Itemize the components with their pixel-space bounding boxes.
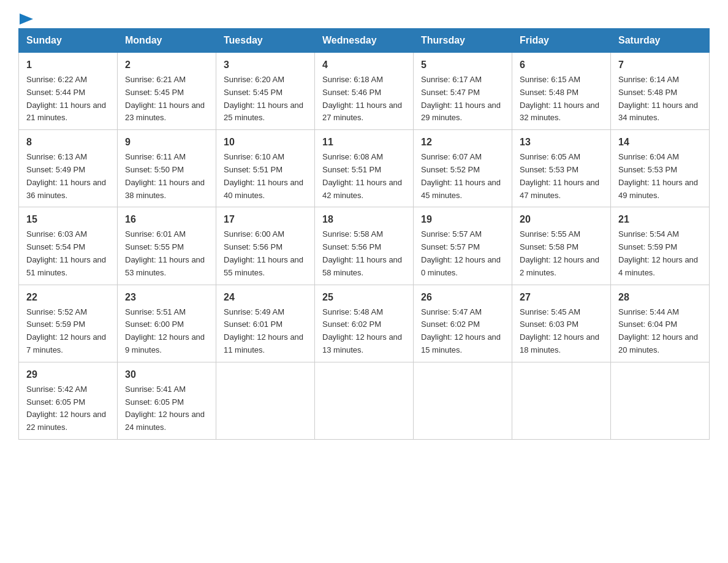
calendar-week-row: 1Sunrise: 6:22 AMSunset: 5:44 PMDaylight…: [19, 53, 710, 130]
day-info: Sunrise: 5:51 AMSunset: 6:00 PMDaylight:…: [125, 306, 208, 357]
day-number: 7: [618, 58, 702, 72]
day-number: 4: [322, 58, 406, 72]
day-info: Sunrise: 5:44 AMSunset: 6:04 PMDaylight:…: [618, 306, 702, 357]
day-number: 2: [125, 58, 208, 72]
day-number: 16: [125, 212, 208, 227]
table-row: 25Sunrise: 5:48 AMSunset: 6:02 PMDayligh…: [315, 285, 414, 362]
day-number: 22: [26, 290, 110, 305]
calendar-week-row: 29Sunrise: 5:42 AMSunset: 6:05 PMDayligh…: [19, 362, 710, 439]
col-tuesday: Tuesday: [216, 29, 315, 53]
day-info: Sunrise: 6:05 AMSunset: 5:53 PMDaylight:…: [520, 151, 603, 202]
calendar-header-row: Sunday Monday Tuesday Wednesday Thursday…: [19, 29, 710, 53]
col-saturday: Saturday: [611, 29, 710, 53]
day-info: Sunrise: 5:42 AMSunset: 6:05 PMDaylight:…: [26, 383, 110, 434]
day-info: Sunrise: 5:49 AMSunset: 6:01 PMDaylight:…: [224, 306, 307, 357]
day-number: 17: [224, 212, 307, 227]
day-number: 25: [322, 290, 406, 305]
table-row: [611, 362, 710, 439]
calendar-week-row: 22Sunrise: 5:52 AMSunset: 5:59 PMDayligh…: [19, 285, 710, 362]
day-number: 15: [26, 212, 110, 227]
day-info: Sunrise: 6:10 AMSunset: 5:51 PMDaylight:…: [224, 151, 307, 202]
calendar-week-row: 8Sunrise: 6:13 AMSunset: 5:49 PMDaylight…: [19, 130, 710, 207]
day-info: Sunrise: 6:22 AMSunset: 5:44 PMDaylight:…: [26, 74, 110, 124]
day-info: Sunrise: 5:54 AMSunset: 5:59 PMDaylight:…: [618, 228, 702, 279]
day-info: Sunrise: 6:21 AMSunset: 5:45 PMDaylight:…: [125, 74, 208, 124]
table-row: 12Sunrise: 6:07 AMSunset: 5:52 PMDayligh…: [414, 130, 512, 207]
table-row: 22Sunrise: 5:52 AMSunset: 5:59 PMDayligh…: [19, 285, 118, 362]
table-row: 3Sunrise: 6:20 AMSunset: 5:45 PMDaylight…: [216, 53, 315, 130]
day-info: Sunrise: 6:17 AMSunset: 5:47 PMDaylight:…: [421, 74, 504, 124]
day-info: Sunrise: 5:52 AMSunset: 5:59 PMDaylight:…: [26, 306, 110, 357]
calendar-week-row: 15Sunrise: 6:03 AMSunset: 5:54 PMDayligh…: [19, 207, 710, 285]
col-monday: Monday: [118, 29, 216, 53]
day-number: 5: [421, 58, 504, 72]
day-number: 8: [26, 135, 110, 150]
table-row: [414, 362, 512, 439]
day-number: 19: [421, 212, 504, 227]
table-row: [216, 362, 315, 439]
day-info: Sunrise: 5:47 AMSunset: 6:02 PMDaylight:…: [421, 306, 504, 357]
table-row: 5Sunrise: 6:17 AMSunset: 5:47 PMDaylight…: [414, 53, 512, 130]
day-info: Sunrise: 6:11 AMSunset: 5:50 PMDaylight:…: [125, 151, 208, 202]
table-row: 30Sunrise: 5:41 AMSunset: 6:05 PMDayligh…: [118, 362, 216, 439]
day-number: 28: [618, 290, 702, 305]
page-header: [18, 12, 710, 22]
day-info: Sunrise: 5:58 AMSunset: 5:56 PMDaylight:…: [322, 228, 406, 279]
col-friday: Friday: [512, 29, 611, 53]
day-number: 29: [26, 367, 110, 382]
day-info: Sunrise: 6:08 AMSunset: 5:51 PMDaylight:…: [322, 151, 406, 202]
day-number: 12: [421, 135, 504, 150]
table-row: 26Sunrise: 5:47 AMSunset: 6:02 PMDayligh…: [414, 285, 512, 362]
day-number: 27: [520, 290, 603, 305]
day-info: Sunrise: 5:55 AMSunset: 5:58 PMDaylight:…: [520, 228, 603, 279]
table-row: 9Sunrise: 6:11 AMSunset: 5:50 PMDaylight…: [118, 130, 216, 207]
table-row: 10Sunrise: 6:10 AMSunset: 5:51 PMDayligh…: [216, 130, 315, 207]
day-info: Sunrise: 6:01 AMSunset: 5:55 PMDaylight:…: [125, 228, 208, 279]
day-info: Sunrise: 5:45 AMSunset: 6:03 PMDaylight:…: [520, 306, 603, 357]
table-row: 15Sunrise: 6:03 AMSunset: 5:54 PMDayligh…: [19, 207, 118, 285]
table-row: 29Sunrise: 5:42 AMSunset: 6:05 PMDayligh…: [19, 362, 118, 439]
table-row: 27Sunrise: 5:45 AMSunset: 6:03 PMDayligh…: [512, 285, 611, 362]
day-number: 14: [618, 135, 702, 150]
day-info: Sunrise: 5:41 AMSunset: 6:05 PMDaylight:…: [125, 383, 208, 434]
logo-triangle-icon: [20, 13, 33, 25]
table-row: 16Sunrise: 6:01 AMSunset: 5:55 PMDayligh…: [118, 207, 216, 285]
day-info: Sunrise: 6:04 AMSunset: 5:53 PMDaylight:…: [618, 151, 702, 202]
table-row: 14Sunrise: 6:04 AMSunset: 5:53 PMDayligh…: [611, 130, 710, 207]
table-row: [512, 362, 611, 439]
day-number: 30: [125, 367, 208, 382]
day-number: 18: [322, 212, 406, 227]
col-sunday: Sunday: [19, 29, 118, 53]
table-row: 18Sunrise: 5:58 AMSunset: 5:56 PMDayligh…: [315, 207, 414, 285]
day-number: 26: [421, 290, 504, 305]
day-number: 24: [224, 290, 307, 305]
day-info: Sunrise: 6:03 AMSunset: 5:54 PMDaylight:…: [26, 228, 110, 279]
svg-marker-0: [20, 13, 33, 25]
table-row: 1Sunrise: 6:22 AMSunset: 5:44 PMDaylight…: [19, 53, 118, 130]
day-number: 1: [26, 58, 110, 72]
table-row: 17Sunrise: 6:00 AMSunset: 5:56 PMDayligh…: [216, 207, 315, 285]
day-number: 13: [520, 135, 603, 150]
table-row: 2Sunrise: 6:21 AMSunset: 5:45 PMDaylight…: [118, 53, 216, 130]
table-row: 7Sunrise: 6:14 AMSunset: 5:48 PMDaylight…: [611, 53, 710, 130]
day-info: Sunrise: 6:13 AMSunset: 5:49 PMDaylight:…: [26, 151, 110, 202]
day-number: 6: [520, 58, 603, 72]
table-row: 13Sunrise: 6:05 AMSunset: 5:53 PMDayligh…: [512, 130, 611, 207]
logo: [18, 12, 33, 22]
day-info: Sunrise: 5:57 AMSunset: 5:57 PMDaylight:…: [421, 228, 504, 279]
calendar-table: Sunday Monday Tuesday Wednesday Thursday…: [18, 28, 710, 440]
day-info: Sunrise: 6:07 AMSunset: 5:52 PMDaylight:…: [421, 151, 504, 202]
day-number: 10: [224, 135, 307, 150]
day-number: 11: [322, 135, 406, 150]
col-wednesday: Wednesday: [315, 29, 414, 53]
table-row: 4Sunrise: 6:18 AMSunset: 5:46 PMDaylight…: [315, 53, 414, 130]
table-row: 19Sunrise: 5:57 AMSunset: 5:57 PMDayligh…: [414, 207, 512, 285]
day-info: Sunrise: 6:20 AMSunset: 5:45 PMDaylight:…: [224, 74, 307, 124]
day-info: Sunrise: 6:15 AMSunset: 5:48 PMDaylight:…: [520, 74, 603, 124]
table-row: 28Sunrise: 5:44 AMSunset: 6:04 PMDayligh…: [611, 285, 710, 362]
day-number: 23: [125, 290, 208, 305]
col-thursday: Thursday: [414, 29, 512, 53]
day-number: 9: [125, 135, 208, 150]
table-row: 24Sunrise: 5:49 AMSunset: 6:01 PMDayligh…: [216, 285, 315, 362]
day-number: 3: [224, 58, 307, 72]
